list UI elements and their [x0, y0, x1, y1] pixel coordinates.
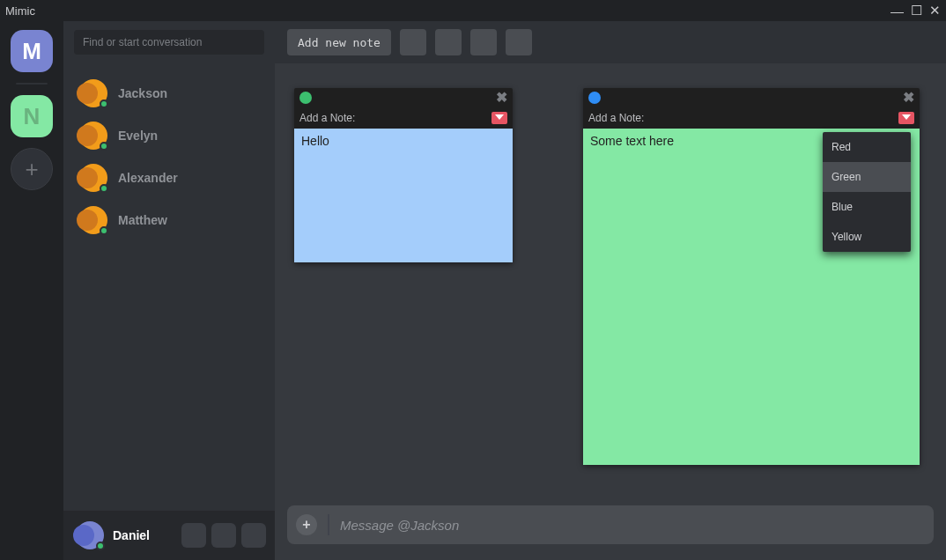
- footer-button-2[interactable]: [211, 523, 236, 548]
- presence-dot-icon: [100, 99, 108, 108]
- contact-item[interactable]: Matthew: [63, 199, 275, 241]
- note-close-icon[interactable]: ✖: [903, 91, 914, 105]
- contact-name: Evelyn: [118, 129, 158, 143]
- color-option-red[interactable]: Red: [823, 132, 911, 162]
- footer-button-3[interactable]: [241, 523, 266, 548]
- window-minimize-icon[interactable]: —: [891, 4, 904, 18]
- self-name: Daniel: [113, 528, 173, 542]
- composer-attach-button[interactable]: +: [296, 514, 317, 535]
- window-maximize-icon[interactable]: ☐: [911, 3, 922, 18]
- color-option-yellow[interactable]: Yellow: [823, 222, 911, 252]
- footer-button-1[interactable]: [181, 523, 206, 548]
- composer-separator: [328, 514, 329, 535]
- note-color-badge-icon: [299, 92, 312, 104]
- contact-item[interactable]: Alexander: [63, 157, 275, 199]
- message-composer: +: [287, 505, 934, 544]
- color-option-blue[interactable]: Blue: [823, 192, 911, 222]
- note-color-picker[interactable]: [898, 112, 914, 124]
- toolbar-button-4[interactable]: [506, 29, 532, 55]
- contact-name: Alexander: [118, 171, 178, 185]
- contact-name: Jackson: [118, 86, 167, 100]
- presence-dot-icon: [100, 142, 108, 151]
- avatar: [79, 122, 107, 150]
- color-option-green[interactable]: Green: [823, 162, 911, 192]
- contact-list: Jackson Evelyn Alexander Matthew: [63, 63, 275, 511]
- note-label: Add a Note:: [299, 112, 355, 124]
- note-body[interactable]: Hello: [294, 129, 513, 262]
- note-label: Add a Note:: [588, 112, 644, 124]
- note-close-icon[interactable]: ✖: [496, 91, 507, 105]
- toolbar-button-1[interactable]: [400, 29, 426, 55]
- add-note-button[interactable]: Add new note: [287, 29, 391, 55]
- sidebar-footer: Daniel: [63, 511, 275, 560]
- search-input[interactable]: [74, 30, 264, 55]
- rail-tile-m[interactable]: M: [11, 30, 53, 72]
- presence-dot-icon: [96, 542, 105, 550]
- note-card[interactable]: ✖ Add a Note: Hello: [294, 88, 513, 262]
- note-text: Hello: [301, 134, 329, 148]
- toolbar-button-2[interactable]: [435, 29, 462, 55]
- avatar: [79, 164, 107, 192]
- rail-add-button[interactable]: +: [11, 148, 53, 190]
- contact-name: Matthew: [118, 213, 167, 227]
- window-titlebar: Mimic — ☐ ✕: [0, 0, 946, 21]
- notes-workspace: ✖ Add a Note: Hello ✖ Add a Note:: [275, 63, 946, 495]
- color-dropdown: Red Green Blue Yellow: [823, 132, 911, 252]
- presence-dot-icon: [100, 226, 108, 235]
- server-rail: M N +: [0, 21, 63, 560]
- rail-divider: [16, 83, 48, 85]
- main-toolbar: Add new note: [275, 21, 946, 63]
- self-avatar[interactable]: [76, 521, 104, 549]
- note-color-picker[interactable]: [491, 112, 507, 124]
- note-color-badge-icon: [588, 92, 601, 104]
- contact-item[interactable]: Evelyn: [63, 114, 275, 157]
- rail-tile-n[interactable]: N: [11, 95, 53, 137]
- message-input[interactable]: [340, 518, 925, 533]
- toolbar-button-3[interactable]: [470, 29, 497, 55]
- avatar: [79, 206, 107, 234]
- plus-icon: +: [302, 517, 310, 533]
- window-title: Mimic: [5, 4, 35, 18]
- window-close-icon[interactable]: ✕: [929, 3, 941, 18]
- avatar: [79, 79, 107, 107]
- contact-item[interactable]: Jackson: [63, 72, 275, 114]
- plus-icon: +: [25, 156, 38, 183]
- main-panel: Add new note ✖ Add a Note: Hello: [275, 21, 946, 560]
- note-text: Some text here: [590, 134, 674, 148]
- conversation-sidebar: Jackson Evelyn Alexander Matthew Daniel: [63, 21, 275, 560]
- presence-dot-icon: [100, 184, 108, 193]
